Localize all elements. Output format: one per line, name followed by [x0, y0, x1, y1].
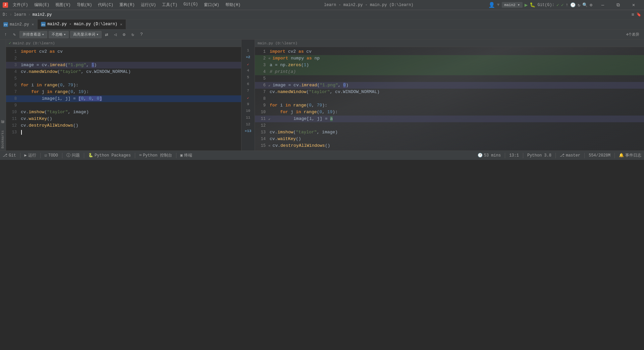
left-line-2: 2	[6, 55, 241, 62]
status-bar: ⎇ Git ▶ 运行 ☑ TODO ⓘ 问题 🐍 Python Packages…	[0, 150, 644, 160]
status-time[interactable]: 🕐 53 mins	[478, 153, 501, 158]
settings-icon2[interactable]: ⚙	[120, 31, 128, 38]
menu-run[interactable]: 运行(U)	[138, 1, 159, 8]
status-python-console[interactable]: ⌨ Python 控制台	[139, 152, 172, 158]
arrange-viewer-button[interactable]: 并排查看器 ▾	[19, 31, 47, 38]
right-line-3: 3 a = np.zeros(1)	[255, 62, 644, 69]
git-icon: ⎇	[3, 153, 7, 158]
left-code-area[interactable]: 1 import cv2 as cv 2 3 image = cv.imread…	[0, 47, 241, 150]
menu-tools[interactable]: 工具(T)	[159, 1, 180, 8]
status-todo[interactable]: ☑ TODO	[45, 153, 58, 158]
status-python-packages[interactable]: 🐍 Python Packages	[88, 153, 131, 158]
tab-diff-close[interactable]: ✕	[120, 22, 122, 27]
menu-refactor[interactable]: 重构(R)	[117, 1, 138, 8]
help-icon[interactable]: ?	[138, 31, 145, 38]
gutter-2: »2	[241, 54, 255, 60]
menu-view[interactable]: 视图(V)	[53, 1, 73, 8]
gutter-13: »13	[241, 128, 255, 134]
close-button[interactable]: ✕	[626, 0, 641, 10]
status-position[interactable]: 13:1	[509, 153, 519, 158]
status-python-version[interactable]: Python 3.8	[527, 153, 551, 158]
status-issues[interactable]: ⓘ 问题	[66, 152, 80, 158]
gutter-7: 7	[241, 87, 255, 94]
status-todo-label: TODO	[48, 153, 58, 158]
menu-git[interactable]: Git(G)	[181, 1, 201, 8]
git-check2-icon[interactable]: ✓	[561, 2, 564, 8]
tab-main2-label: main2.py	[10, 22, 29, 27]
right-gutter-2: «	[268, 55, 271, 62]
collapse-icon[interactable]: ≡	[632, 12, 634, 17]
right-line-12: 12	[255, 122, 644, 129]
menu-code[interactable]: 代码(C)	[95, 1, 116, 8]
status-terminal[interactable]: ▣ 终端	[180, 152, 192, 158]
git-refresh-icon[interactable]: ↻	[578, 2, 580, 8]
status-events[interactable]: 🔔 事件日志	[619, 152, 641, 158]
left-line-4: 4 cv.namedWindow("taylor", cv.WINDOW_NOR…	[6, 69, 241, 75]
highlight-button[interactable]: 高亮显示单词 ▾	[70, 31, 102, 38]
tab-main2-close[interactable]: ✕	[32, 22, 34, 27]
gutter-8: ↙	[241, 94, 255, 101]
up-arrow-icon[interactable]: ↑	[2, 31, 9, 38]
todo-icon: ☑	[45, 153, 47, 158]
git-check-icon[interactable]: ✓	[556, 2, 559, 8]
run-config-selector[interactable]: main2 ▾	[502, 2, 523, 8]
left-file-label: main2.py (D:\learn)	[13, 41, 55, 45]
status-git[interactable]: ⎇ Git	[3, 153, 16, 158]
git-push-icon[interactable]: ↑	[566, 2, 569, 7]
gutter-1: 1	[241, 47, 255, 54]
right-file-path: main.py (D:\learn)	[255, 40, 644, 47]
menu-window[interactable]: 窗口(W)	[201, 1, 222, 8]
tab-main2[interactable]: py main2.py ✕	[0, 19, 38, 29]
ignore-button[interactable]: 不忽略 ▾	[49, 31, 69, 38]
prev-diff-icon[interactable]: ◁	[112, 31, 119, 38]
window-controls: — ⧉ ✕	[595, 0, 641, 10]
tab-diff[interactable]: py main2.py - main.py (D:\learn) ✕	[38, 19, 126, 29]
status-memory-label: 554/2028M	[589, 153, 610, 158]
right-code-area[interactable]: 1 import cv2 as cv 2 « import numpy as n…	[255, 47, 644, 150]
minimize-button[interactable]: —	[595, 0, 610, 10]
settings-icon[interactable]: ⚙	[590, 2, 592, 8]
ignore-dropdown-icon: ▾	[64, 32, 66, 37]
branch-icon: ⎇	[560, 153, 565, 158]
left-line-1: 1 import cv2 as cv	[6, 48, 241, 55]
window-title: learn - main2.py - main.py (D:\learn)	[249, 3, 488, 7]
profile-icon[interactable]: 👤	[488, 2, 495, 8]
right-gutter-6: ↙	[268, 82, 271, 89]
left-code-lines: 1 import cv2 as cv 2 3 image = cv.imread…	[6, 47, 241, 137]
right-line-14: 14 cv.waitKey()	[255, 136, 644, 142]
git-history-icon[interactable]: 🕐	[570, 2, 576, 8]
menu-edit[interactable]: 编辑(E)	[32, 1, 52, 8]
ignore-label: 不忽略	[52, 32, 63, 37]
menu-file[interactable]: 文件(F)	[10, 1, 31, 8]
clock-icon: 🕐	[478, 153, 483, 158]
debug-button[interactable]: 🐛	[530, 2, 535, 8]
run-button[interactable]: ▶	[525, 2, 528, 8]
right-line-8: 8	[255, 95, 644, 102]
menu-help[interactable]: 帮助(H)	[223, 1, 244, 8]
left-line-10: 10 cv.imshow("taylor", image)	[6, 109, 241, 116]
tab-diff-python-icon: py	[41, 22, 46, 27]
right-gutter-15: «	[268, 142, 271, 149]
right-panel: main.py (D:\learn) 1 import cv2 as cv 2 …	[255, 40, 644, 150]
search-icon[interactable]: 🔍	[582, 2, 588, 8]
status-run[interactable]: ▶ 运行	[24, 152, 36, 158]
breadcrumb-drive[interactable]: D:	[3, 12, 7, 17]
status-python-version-label: Python 3.8	[527, 153, 551, 158]
issues-icon: ⓘ	[66, 152, 70, 158]
right-line-10: 10 for j in range(0, 19):	[255, 109, 644, 116]
python-console-icon: ⌨	[139, 153, 142, 158]
status-branch[interactable]: ⎇ master	[560, 153, 580, 158]
status-issues-label: 问题	[72, 152, 80, 158]
left-check-icon: ✓	[9, 41, 11, 46]
bookmark-icon[interactable]: 🔖	[636, 12, 641, 17]
menu-navigate[interactable]: 导航(N)	[74, 1, 95, 8]
maximize-button[interactable]: ⧉	[610, 0, 626, 10]
left-panel: 结构 Bookmarks ✓ main2.py (D:\learn) 1 imp…	[0, 40, 241, 150]
breadcrumb-folder[interactable]: learn	[14, 12, 26, 17]
right-line-7: 7 cv.namedWindow("taylor", cv.WINDOW_NOR…	[255, 89, 644, 95]
status-memory[interactable]: 554/2028M	[589, 153, 610, 158]
swap-icon[interactable]: ⇄	[103, 31, 110, 38]
breadcrumb-file[interactable]: main2.py	[33, 12, 52, 17]
edit-icon[interactable]: ✎	[11, 31, 18, 38]
refresh-icon[interactable]: ↻	[129, 31, 137, 38]
